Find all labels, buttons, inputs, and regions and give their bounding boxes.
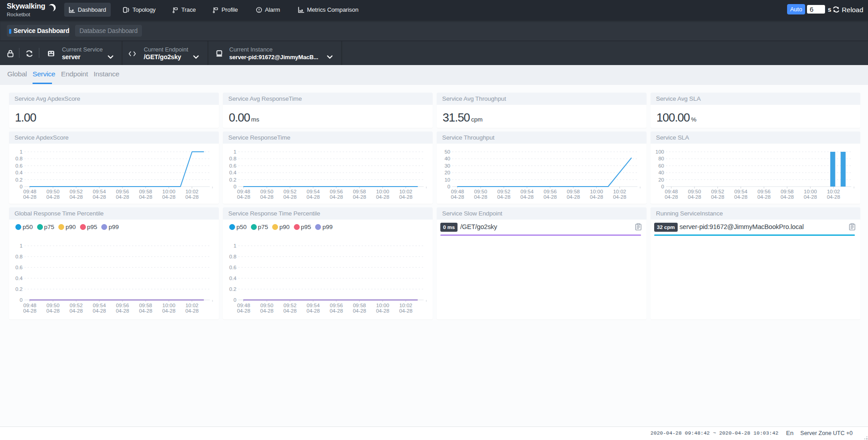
svg-text:1: 1 xyxy=(234,149,236,154)
svg-text:60: 60 xyxy=(658,163,664,169)
svg-text:0.4: 0.4 xyxy=(15,276,23,281)
svg-text:50: 50 xyxy=(444,149,450,154)
svg-text:04-28: 04-28 xyxy=(451,194,464,200)
svg-text:04-28: 04-28 xyxy=(260,194,273,200)
svg-text:09:50: 09:50 xyxy=(260,303,274,308)
svg-text:04-28: 04-28 xyxy=(399,194,412,200)
svg-text:09:52: 09:52 xyxy=(70,303,83,308)
svg-text:10: 10 xyxy=(444,177,450,183)
svg-text:10:02: 10:02 xyxy=(827,189,840,194)
svg-text:10:00: 10:00 xyxy=(162,303,175,308)
svg-text:09:48: 09:48 xyxy=(451,189,464,194)
svg-text:0.6: 0.6 xyxy=(15,163,23,169)
svg-text:04-28: 04-28 xyxy=(376,194,389,200)
svg-text:80: 80 xyxy=(658,156,664,161)
svg-text:04-28: 04-28 xyxy=(283,194,297,200)
svg-text:09:58: 09:58 xyxy=(139,303,152,308)
svg-text:09:56: 09:56 xyxy=(330,303,343,308)
svg-text:04-28: 04-28 xyxy=(23,308,36,314)
svg-text:09:56: 09:56 xyxy=(330,189,343,194)
svg-text:1: 1 xyxy=(234,243,236,248)
svg-text:09:56: 09:56 xyxy=(544,189,557,194)
svg-text:04-28: 04-28 xyxy=(497,194,510,200)
svg-text:04-28: 04-28 xyxy=(116,308,129,314)
svg-text:04-28: 04-28 xyxy=(757,194,770,200)
svg-text:04-28: 04-28 xyxy=(520,194,533,200)
svg-text:04-28: 04-28 xyxy=(185,308,198,314)
svg-text:09:52: 09:52 xyxy=(283,303,297,308)
svg-text:04-28: 04-28 xyxy=(46,308,59,314)
svg-text:09:54: 09:54 xyxy=(307,303,320,308)
svg-text:20: 20 xyxy=(658,177,664,183)
svg-text:09:50: 09:50 xyxy=(260,189,274,194)
svg-text:1: 1 xyxy=(20,243,23,248)
svg-text:09:48: 09:48 xyxy=(665,189,678,194)
svg-text:09:52: 09:52 xyxy=(70,189,83,194)
svg-text:04-28: 04-28 xyxy=(116,194,129,200)
svg-text:0: 0 xyxy=(20,297,23,303)
svg-text:0.2: 0.2 xyxy=(229,177,236,183)
svg-text:04-28: 04-28 xyxy=(399,308,412,314)
svg-text:09:48: 09:48 xyxy=(237,303,250,308)
svg-text:10:00: 10:00 xyxy=(376,303,389,308)
svg-text:0: 0 xyxy=(234,297,236,303)
svg-text:04-28: 04-28 xyxy=(353,308,366,314)
svg-text:04-28: 04-28 xyxy=(613,194,626,200)
svg-text:09:48: 09:48 xyxy=(237,189,250,194)
svg-text:04-28: 04-28 xyxy=(330,194,343,200)
svg-text:0.8: 0.8 xyxy=(15,254,23,259)
svg-text:09:58: 09:58 xyxy=(353,303,366,308)
svg-text:04-28: 04-28 xyxy=(711,194,724,200)
svg-text:0.4: 0.4 xyxy=(229,276,237,281)
svg-text:04-28: 04-28 xyxy=(139,308,152,314)
svg-text:04-28: 04-28 xyxy=(330,308,343,314)
svg-text:04-28: 04-28 xyxy=(474,194,487,200)
svg-text:04-28: 04-28 xyxy=(237,194,250,200)
svg-text:04-28: 04-28 xyxy=(46,194,59,200)
svg-text:09:58: 09:58 xyxy=(139,189,152,194)
svg-text:09:56: 09:56 xyxy=(758,189,771,194)
svg-text:04-28: 04-28 xyxy=(590,194,603,200)
svg-text:0.8: 0.8 xyxy=(229,254,236,259)
svg-text:09:52: 09:52 xyxy=(283,189,297,194)
svg-text:10:00: 10:00 xyxy=(376,189,389,194)
svg-text:04-28: 04-28 xyxy=(93,308,106,314)
svg-text:04-28: 04-28 xyxy=(688,194,701,200)
svg-text:09:56: 09:56 xyxy=(116,189,129,194)
svg-text:10:00: 10:00 xyxy=(162,189,175,194)
svg-text:0: 0 xyxy=(661,184,664,189)
svg-text:0.8: 0.8 xyxy=(229,156,236,161)
svg-text:09:50: 09:50 xyxy=(47,303,60,308)
svg-text:09:54: 09:54 xyxy=(307,189,320,194)
svg-text:10:00: 10:00 xyxy=(804,189,817,194)
svg-text:0.4: 0.4 xyxy=(15,170,23,175)
svg-text:09:48: 09:48 xyxy=(24,189,37,194)
svg-text:04-28: 04-28 xyxy=(162,308,175,314)
svg-text:04-28: 04-28 xyxy=(307,308,320,314)
svg-text:0.2: 0.2 xyxy=(229,286,236,292)
svg-text:04-28: 04-28 xyxy=(237,308,250,314)
svg-text:04-28: 04-28 xyxy=(734,194,747,200)
svg-text:09:54: 09:54 xyxy=(93,189,106,194)
svg-text:0.8: 0.8 xyxy=(15,156,23,161)
svg-text:10:02: 10:02 xyxy=(399,303,412,308)
svg-text:1: 1 xyxy=(20,149,23,154)
svg-text:04-28: 04-28 xyxy=(543,194,557,200)
svg-text:09:54: 09:54 xyxy=(734,189,747,194)
svg-text:10:02: 10:02 xyxy=(613,189,626,194)
svg-text:100: 100 xyxy=(656,149,664,154)
svg-text:0: 0 xyxy=(234,184,236,189)
svg-text:04-28: 04-28 xyxy=(139,194,152,200)
svg-text:0.6: 0.6 xyxy=(15,265,23,270)
svg-text:04-28: 04-28 xyxy=(162,194,175,200)
svg-text:30: 30 xyxy=(444,163,450,169)
svg-text:04-28: 04-28 xyxy=(665,194,678,200)
svg-text:09:58: 09:58 xyxy=(781,189,794,194)
svg-text:40: 40 xyxy=(658,170,664,175)
svg-text:04-28: 04-28 xyxy=(70,194,83,200)
svg-text:0.6: 0.6 xyxy=(229,163,236,169)
svg-text:20: 20 xyxy=(444,170,450,175)
svg-text:09:54: 09:54 xyxy=(520,189,533,194)
svg-text:04-28: 04-28 xyxy=(780,194,793,200)
svg-text:04-28: 04-28 xyxy=(283,308,297,314)
